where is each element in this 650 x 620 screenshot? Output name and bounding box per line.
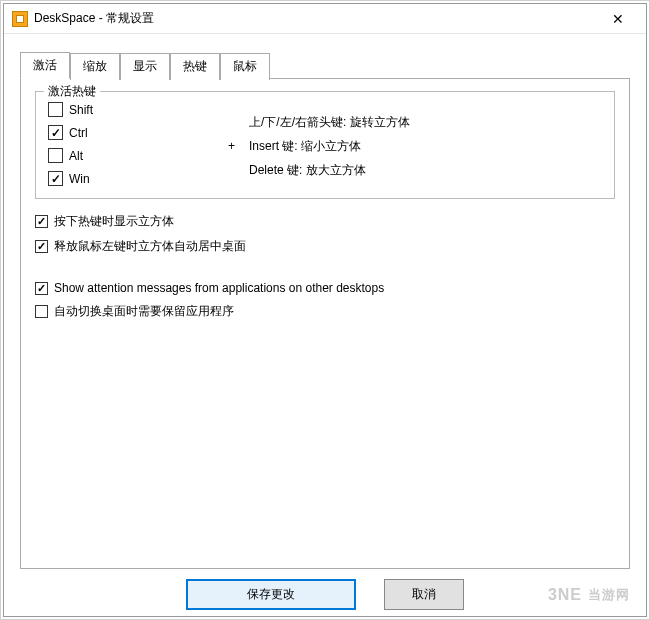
close-icon: ✕ bbox=[612, 11, 624, 27]
checkbox-label: Ctrl bbox=[69, 126, 88, 140]
hint-line: Insert 键: 缩小立方体 bbox=[249, 134, 410, 158]
hotkey-fieldset: 激活热键 Shift Ctrl Alt bbox=[35, 91, 615, 199]
tab-activate[interactable]: 激活 bbox=[20, 52, 70, 79]
tab-label: 缩放 bbox=[83, 59, 107, 73]
tab-bar: 激活 缩放 显示 热键 鼠标 bbox=[20, 52, 630, 79]
checkbox-ctrl[interactable]: Ctrl bbox=[48, 125, 198, 140]
checkbox-box bbox=[48, 125, 63, 140]
checkbox-label: 自动切换桌面时需要保留应用程序 bbox=[54, 303, 234, 320]
window-title: DeskSpace - 常规设置 bbox=[34, 10, 598, 27]
tab-label: 激活 bbox=[33, 58, 57, 72]
app-icon bbox=[12, 11, 28, 27]
tab-label: 显示 bbox=[133, 59, 157, 73]
hotkey-hints: + 上/下/左/右箭头键: 旋转立方体 Insert 键: 缩小立方体 Dele… bbox=[198, 102, 410, 182]
options-list: 按下热键时显示立方体 释放鼠标左键时立方体自动居中桌面 Show attenti… bbox=[35, 213, 615, 320]
checkbox-label: 按下热键时显示立方体 bbox=[54, 213, 174, 230]
checkbox-box bbox=[35, 282, 48, 295]
checkbox-box bbox=[35, 305, 48, 318]
checkbox-label: Show attention messages from application… bbox=[54, 281, 384, 295]
tab-label: 鼠标 bbox=[233, 59, 257, 73]
checkbox-box bbox=[35, 215, 48, 228]
close-button[interactable]: ✕ bbox=[598, 5, 638, 33]
dialog-buttons: 保存更改 取消 bbox=[20, 569, 630, 620]
tab-label: 热键 bbox=[183, 59, 207, 73]
checkbox-box bbox=[48, 102, 63, 117]
tab-display[interactable]: 显示 bbox=[120, 53, 170, 80]
hint-line: Delete 键: 放大立方体 bbox=[249, 158, 410, 182]
tab-zoom[interactable]: 缩放 bbox=[70, 53, 120, 80]
hint-line: 上/下/左/右箭头键: 旋转立方体 bbox=[249, 110, 410, 134]
checkbox-shift[interactable]: Shift bbox=[48, 102, 198, 117]
checkbox-label: Shift bbox=[69, 103, 93, 117]
checkbox-show-cube-on-hotkey[interactable]: 按下热键时显示立方体 bbox=[35, 213, 615, 230]
checkbox-box bbox=[48, 148, 63, 163]
checkbox-center-on-release[interactable]: 释放鼠标左键时立方体自动居中桌面 bbox=[35, 238, 615, 255]
checkbox-box bbox=[48, 171, 63, 186]
plus-icon: + bbox=[228, 134, 235, 158]
button-label: 取消 bbox=[412, 587, 436, 601]
checkbox-label: 释放鼠标左键时立方体自动居中桌面 bbox=[54, 238, 246, 255]
tab-mouse[interactable]: 鼠标 bbox=[220, 53, 270, 80]
checkbox-label: Win bbox=[69, 172, 90, 186]
checkbox-alt[interactable]: Alt bbox=[48, 148, 198, 163]
cancel-button[interactable]: 取消 bbox=[384, 579, 464, 610]
titlebar: DeskSpace - 常规设置 ✕ bbox=[4, 4, 646, 34]
checkbox-keep-apps-on-switch[interactable]: 自动切换桌面时需要保留应用程序 bbox=[35, 303, 615, 320]
button-label: 保存更改 bbox=[247, 587, 295, 601]
save-button[interactable]: 保存更改 bbox=[186, 579, 356, 610]
tab-hotkeys[interactable]: 热键 bbox=[170, 53, 220, 80]
checkbox-label: Alt bbox=[69, 149, 83, 163]
checkbox-box bbox=[35, 240, 48, 253]
checkbox-win[interactable]: Win bbox=[48, 171, 198, 186]
tab-panel-activate: 激活热键 Shift Ctrl Alt bbox=[20, 79, 630, 569]
hotkey-legend: 激活热键 bbox=[44, 83, 100, 100]
checkbox-attention-messages[interactable]: Show attention messages from application… bbox=[35, 281, 615, 295]
